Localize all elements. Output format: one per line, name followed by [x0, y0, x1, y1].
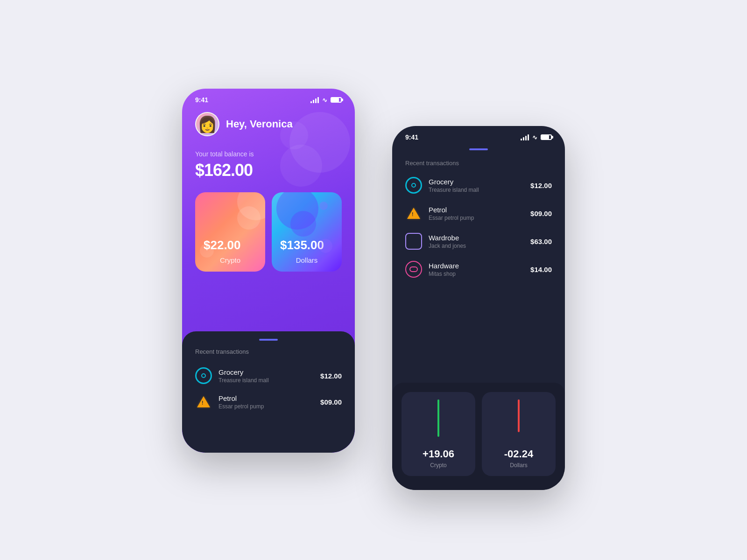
transaction-sub-hardware: Mitas shop	[429, 271, 524, 277]
stat-crypto-label: Crypto	[430, 462, 446, 469]
card-dollars-inner: $135.00 Dollars	[280, 202, 333, 264]
hardware-icon-p2	[405, 261, 422, 278]
stat-dollars-value: -02.24	[504, 448, 533, 460]
transaction-name-petrol: Petrol	[429, 206, 524, 214]
avatar-image	[196, 113, 218, 135]
p2-handle	[469, 148, 488, 150]
stat-dollars-label: Dollars	[510, 462, 527, 469]
grocery-icon-inner	[201, 373, 206, 378]
transaction-sub: Essar petrol pump	[218, 403, 314, 410]
stat-bar-container-dollars	[489, 399, 548, 442]
panel-title-phone1: Recent transactions	[182, 348, 355, 355]
transaction-item[interactable]: Petrol Essar petrol pump $09.00	[191, 389, 345, 415]
balance-label: Your total balance is	[195, 150, 342, 158]
phones-container: 9:41 ∿ Hey, Veronica Your total balance …	[182, 89, 565, 490]
triangle-icon-p2	[407, 208, 420, 219]
grocery-icon-inner-p2	[411, 183, 416, 188]
stats-panel: +19.06 Crypto -02.24 Dollars	[392, 383, 565, 490]
transaction-item[interactable]: Grocery Treasure island mall $12.00	[191, 363, 345, 389]
p2-transaction-petrol[interactable]: Petrol Essar petrol pump $09.00	[402, 199, 556, 227]
balance-section: Your total balance is $162.00	[182, 141, 355, 188]
p2-transaction-wardrobe[interactable]: Wardrobe Jack and jones $63.00	[402, 227, 556, 255]
transaction-name-hardware: Hardware	[429, 262, 524, 270]
panel-handle	[259, 339, 278, 341]
transaction-info-wardrobe: Wardrobe Jack and jones	[429, 234, 524, 249]
card-dollars[interactable]: $135.00 Dollars	[272, 192, 342, 272]
phone-1: 9:41 ∿ Hey, Veronica Your total balance …	[182, 89, 355, 453]
grocery-icon-p2	[405, 177, 422, 194]
transaction-amount: $09.00	[320, 398, 342, 406]
petrol-icon	[195, 393, 212, 410]
battery-icon-p2	[541, 134, 552, 140]
status-time-phone2: 9:41	[405, 133, 418, 141]
p2-transaction-hardware[interactable]: Hardware Mitas shop $14.00	[402, 255, 556, 283]
transaction-amount: $12.00	[320, 372, 342, 380]
stat-bar-red	[518, 399, 520, 432]
status-bar-phone2: 9:41 ∿	[392, 126, 565, 145]
card-dollars-amount: $135.00	[280, 238, 333, 252]
transaction-info-hardware: Hardware Mitas shop	[429, 262, 524, 277]
transaction-name: Grocery	[218, 368, 314, 376]
cards-row: $22.00 Crypto $135.00 Dollars	[182, 188, 355, 281]
transaction-amount-hardware: $14.00	[530, 266, 552, 273]
status-bar-phone1: 9:41 ∿	[182, 89, 355, 107]
transaction-info: Petrol Essar petrol pump	[218, 394, 314, 410]
stat-crypto-value: +19.06	[423, 448, 454, 460]
card-dollars-label: Dollars	[280, 256, 333, 264]
stat-bar-green	[437, 399, 439, 437]
p2-transaction-grocery[interactable]: Grocery Treasure island mall $12.00	[402, 171, 556, 199]
status-icons-phone1: ∿	[310, 97, 342, 104]
transaction-name-grocery: Grocery	[429, 178, 524, 186]
transaction-sub-petrol: Essar petrol pump	[429, 215, 524, 221]
card-crypto[interactable]: $22.00 Crypto	[195, 192, 265, 272]
card-crypto-inner: $22.00 Crypto	[204, 202, 257, 264]
card-crypto-label: Crypto	[204, 256, 257, 264]
petrol-icon-p2	[405, 205, 422, 222]
transaction-info-petrol: Petrol Essar petrol pump	[429, 206, 524, 221]
signal-icon-p2	[521, 134, 529, 140]
wardrobe-icon-p2	[405, 233, 422, 250]
signal-icon	[310, 97, 319, 103]
transaction-info-grocery: Grocery Treasure island mall	[429, 178, 524, 193]
battery-icon	[331, 97, 342, 103]
p2-transactions: Grocery Treasure island mall $12.00 Petr…	[392, 171, 565, 283]
transaction-name-wardrobe: Wardrobe	[429, 234, 524, 242]
transaction-name: Petrol	[218, 394, 314, 402]
stat-card-dollars[interactable]: -02.24 Dollars	[482, 392, 556, 476]
transaction-amount-wardrobe: $63.00	[530, 238, 552, 245]
triangle-icon	[197, 396, 210, 407]
wifi-icon-p2: ∿	[532, 134, 537, 141]
stat-card-crypto[interactable]: +19.06 Crypto	[402, 392, 475, 476]
stats-cards: +19.06 Crypto -02.24 Dollars	[402, 392, 556, 476]
card-crypto-amount: $22.00	[204, 238, 257, 252]
p1-header: Hey, Veronica	[182, 107, 355, 141]
status-icons-phone2: ∿	[521, 134, 552, 141]
p2-recent-title: Recent transactions	[392, 160, 565, 167]
transaction-list-phone1: Grocery Treasure island mall $12.00 Petr…	[182, 363, 355, 415]
transaction-amount-grocery: $12.00	[530, 182, 552, 189]
wifi-icon: ∿	[322, 97, 327, 104]
stat-bar-container-crypto	[409, 399, 468, 442]
balance-amount: $162.00	[195, 161, 342, 180]
grocery-icon	[195, 367, 212, 384]
phone-2: 9:41 ∿ Recent transactions	[392, 126, 565, 490]
transaction-sub-wardrobe: Jack and jones	[429, 243, 524, 249]
greeting-text: Hey, Veronica	[226, 118, 293, 130]
transaction-sub-grocery: Treasure island mall	[429, 187, 524, 193]
bottom-panel-phone1: Recent transactions Grocery Treasure isl…	[182, 331, 355, 453]
avatar	[195, 112, 219, 136]
transaction-info: Grocery Treasure island mall	[218, 368, 314, 384]
status-time-phone1: 9:41	[195, 96, 208, 104]
transaction-sub: Treasure island mall	[218, 377, 314, 384]
transaction-amount-petrol: $09.00	[530, 210, 552, 217]
